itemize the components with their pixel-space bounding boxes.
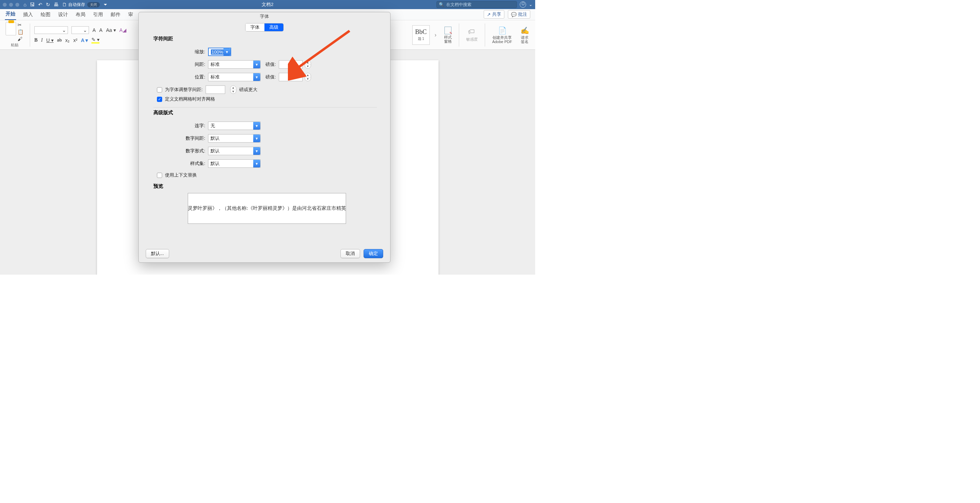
paste-label: 粘贴	[11, 42, 19, 48]
chevron-down-icon: ▼	[253, 160, 260, 167]
scale-select[interactable]: 100% ▼	[208, 48, 231, 56]
preview-box: 《精灵梦叶罗丽》，（其他名称:《叶罗丽精灵梦》）是由河北省石家庄市精英影视	[188, 193, 346, 224]
kerning-input[interactable]	[205, 86, 225, 94]
chevron-down-icon: ▼	[253, 135, 260, 142]
feedback-icon[interactable]	[520, 2, 526, 8]
clear-format-icon[interactable]: A◢	[119, 27, 126, 33]
titlebar-right: 🔍 ⌄	[436, 1, 532, 8]
redo-icon[interactable]: ↻	[46, 2, 50, 7]
spacing-point-stepper[interactable]: ▲▼	[305, 60, 311, 68]
grow-font-icon[interactable]: A	[92, 27, 95, 33]
grid-align-checkbox[interactable]: ✓	[157, 97, 162, 102]
print-icon[interactable]: 🖶	[54, 2, 59, 7]
spacing-point-input[interactable]	[279, 60, 302, 68]
default-button[interactable]: 默认...	[146, 249, 169, 258]
close-window-icon[interactable]	[3, 3, 6, 6]
separator	[459, 24, 459, 46]
ligatures-select[interactable]: 无▼	[208, 121, 261, 130]
dialog-tab-switcher: 字体 高级	[139, 23, 390, 32]
undo-icon[interactable]: ↶	[38, 2, 42, 7]
dialog-tab-font[interactable]: 字体	[245, 24, 264, 31]
italic-icon[interactable]: I	[41, 38, 43, 43]
styles-pane-button[interactable]: ✎ 样式窗格	[441, 27, 455, 43]
new-doc-icon[interactable]: 🗋	[62, 2, 67, 7]
overflow-icon[interactable]: ⏷	[103, 2, 108, 7]
subscript-icon[interactable]: x₂	[65, 38, 70, 43]
numspacing-label: 数字间距:	[153, 135, 208, 142]
expand-ribbon-icon[interactable]: ⌄	[529, 2, 532, 7]
cut-icon[interactable]: ✂	[18, 22, 24, 28]
tab-home[interactable]: 开始	[5, 10, 16, 20]
chevron-down-icon: ▼	[253, 73, 260, 81]
underline-icon[interactable]: U ▾	[46, 38, 54, 43]
font-dialog: 字体 字体 高级 字符间距 缩放: 100% ▼ 间距: 标准 ▼ 磅值: ▲▼	[138, 12, 391, 263]
style-thumb-heading1[interactable]: BbC 题 1	[412, 25, 430, 45]
numform-select[interactable]: 默认▼	[208, 147, 261, 155]
ok-button[interactable]: 确定	[364, 249, 383, 258]
preview-label: 预览	[153, 183, 377, 189]
comments-button[interactable]: 💬批注	[508, 10, 530, 19]
zoom-window-icon[interactable]	[16, 3, 19, 6]
paste-group[interactable]: ✂ 📋 🖌 粘贴	[3, 22, 25, 48]
sensitivity-button: 🏷 敏感度	[463, 28, 480, 42]
strikethrough-icon[interactable]: ab	[57, 38, 62, 43]
font-family-select[interactable]: ⌄	[34, 26, 68, 34]
styles-more-icon[interactable]: ›	[435, 32, 436, 38]
autosave-toggle[interactable]: 自动保存 关闭	[68, 2, 100, 8]
change-case-icon[interactable]: Aa ▾	[106, 27, 116, 33]
cancel-button[interactable]: 取消	[340, 249, 360, 258]
tab-mailings[interactable]: 邮件	[110, 10, 121, 20]
tab-insert[interactable]: 插入	[22, 10, 33, 20]
tab-review[interactable]: 审	[127, 10, 134, 20]
section-character-spacing: 字符间距	[153, 36, 377, 42]
position-point-input[interactable]	[279, 73, 302, 81]
dialog-tab-advanced[interactable]: 高级	[264, 24, 283, 31]
styleset-label: 样式集:	[153, 161, 208, 167]
autosave-label: 自动保存	[68, 2, 85, 8]
position-point-stepper[interactable]: ▲▼	[305, 73, 311, 81]
comment-icon: 💬	[511, 12, 517, 17]
position-select[interactable]: 标准 ▼	[208, 73, 261, 81]
tab-references[interactable]: 引用	[92, 10, 104, 20]
separator	[485, 24, 485, 46]
request-sign-button[interactable]: ✍ 请求签名	[518, 26, 532, 44]
search-input[interactable]	[445, 2, 514, 7]
font-size-select[interactable]: ⌄	[72, 26, 89, 34]
bold-icon[interactable]: B	[34, 38, 38, 43]
text-effects-icon[interactable]: A ▾	[81, 38, 88, 43]
tab-draw[interactable]: 绘图	[40, 10, 51, 20]
autosave-state: 关闭	[87, 2, 100, 7]
clipboard-icon	[6, 22, 16, 35]
save-icon[interactable]: 🖫	[30, 2, 35, 7]
kerning-suffix: 磅或更大	[239, 86, 258, 93]
styleset-select[interactable]: 默认▼	[208, 159, 261, 168]
titlebar: ⌂ 🖫 ↶ ↻ 🖶 🗋 自动保存 关闭 ⏷ 文档2 🔍 ⌄	[0, 0, 535, 9]
copy-icon[interactable]: 📋	[18, 29, 24, 35]
highlight-icon[interactable]: ✎ ▾	[91, 37, 99, 43]
create-pdf-button[interactable]: 📄 创建并共享Adobe PDF	[489, 26, 515, 44]
format-painter-icon[interactable]: 🖌	[18, 36, 24, 42]
spacing-select[interactable]: 标准 ▼	[208, 60, 261, 68]
shrink-font-icon[interactable]: A	[99, 27, 102, 33]
search-box[interactable]: 🔍	[436, 1, 517, 8]
preview-text: 《精灵梦叶罗丽》，（其他名称:《叶罗丽精灵梦》）是由河北省石家庄市精英影视	[188, 205, 346, 212]
search-icon: 🔍	[439, 2, 444, 7]
quick-access-toolbar: ⌂ 🖫 ↶ ↻ 🖶 🗋	[24, 2, 67, 7]
minimize-window-icon[interactable]	[9, 3, 13, 6]
chevron-down-icon: ▼	[253, 122, 260, 130]
tab-layout[interactable]: 布局	[75, 10, 86, 20]
share-button[interactable]: ↗共享	[484, 10, 504, 19]
contextual-label: 使用上下文替换	[165, 172, 197, 178]
tab-design[interactable]: 设计	[57, 10, 68, 20]
section-opentype: 高级版式	[153, 110, 377, 116]
document-title: 文档2	[262, 2, 273, 8]
spacing-label: 间距:	[153, 61, 208, 68]
home-icon[interactable]: ⌂	[24, 2, 26, 7]
kerning-checkbox[interactable]	[157, 87, 162, 92]
dialog-body: 字符间距 缩放: 100% ▼ 间距: 标准 ▼ 磅值: ▲▼ 位置: 标准 ▼	[139, 36, 390, 224]
kerning-stepper[interactable]: ▲▼	[230, 86, 236, 94]
superscript-icon[interactable]: x²	[73, 38, 77, 43]
contextual-checkbox[interactable]	[157, 173, 162, 178]
numspacing-select[interactable]: 默认▼	[208, 134, 261, 143]
scale-label: 缩放:	[153, 49, 208, 55]
